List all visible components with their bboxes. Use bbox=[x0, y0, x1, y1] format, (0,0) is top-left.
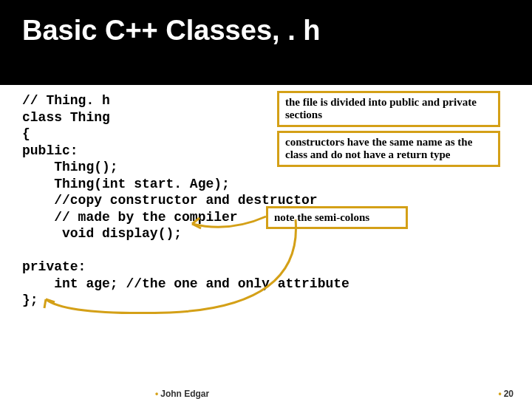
callout-public-private: the file is divided into public and priv… bbox=[277, 91, 500, 127]
callout-constructors: constructors have the same name as the c… bbox=[277, 131, 500, 167]
footer-author: •John Edgar bbox=[155, 389, 209, 399]
bullet-icon: • bbox=[155, 389, 158, 399]
arrow-class-semicolon bbox=[37, 218, 310, 321]
slide-title: Basic C++ Classes, . h bbox=[0, 0, 532, 47]
slide-body: // Thing. h class Thing { public: Thing(… bbox=[0, 85, 532, 399]
bullet-icon: • bbox=[498, 389, 501, 399]
footer-page: •20 bbox=[498, 389, 514, 399]
